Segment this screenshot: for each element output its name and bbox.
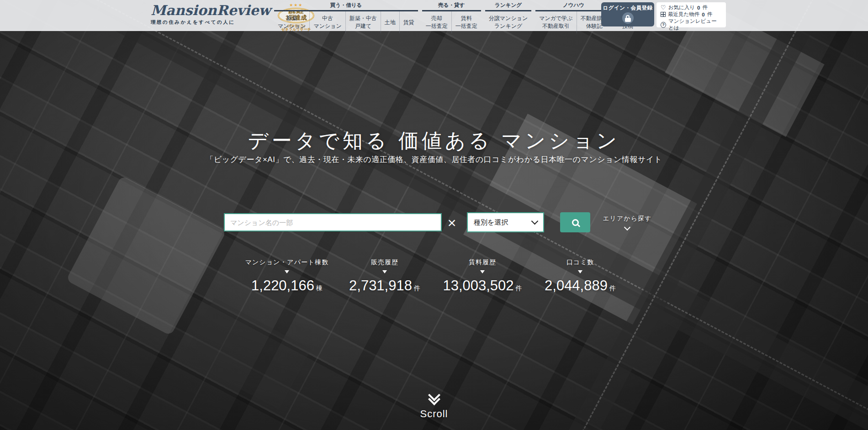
hero-title: データで知る 価値ある マンション xyxy=(0,127,868,154)
scroll-indicator[interactable]: Scroll xyxy=(0,391,868,420)
question-circle-icon: ? xyxy=(661,22,666,28)
property-type-value: 種別を選択 xyxy=(474,218,508,227)
nav-item-rental[interactable]: 賃貸 xyxy=(399,11,418,33)
search-icon xyxy=(572,219,579,226)
about-label: マンションレビューとは xyxy=(668,18,722,31)
nav-item-manga-guide[interactable]: マンガで学ぶ 不動産取引 xyxy=(535,11,576,33)
building-grid-icon xyxy=(661,12,666,17)
triangle-down-icon xyxy=(285,270,289,273)
stat-unit: 棟 xyxy=(316,284,323,292)
stat-value: 2,044,889 xyxy=(545,278,608,294)
recently-viewed-unit: 件 xyxy=(707,11,713,18)
recently-viewed-link[interactable]: 最近見た物件 0 件 xyxy=(661,11,722,18)
stat-review-count: 口コミ数 2,044,889件 xyxy=(531,258,629,294)
stat-label: 賃料履歴 xyxy=(434,258,531,267)
logo-tagline: 理想の住みかえをすべての人に xyxy=(151,19,270,26)
stat-unit: 件 xyxy=(516,284,522,292)
favorites-label: お気に入り xyxy=(668,4,695,11)
logo-wordmark[interactable]: MansionReview xyxy=(151,3,270,18)
nav-group-label: ランキング xyxy=(485,2,531,11)
lock-icon xyxy=(622,12,634,24)
quick-links-panel: ♡ お気に入り 0 件 最近見た物件 0 件 ? マンションレビューとは xyxy=(656,2,726,27)
double-chevron-down-icon xyxy=(0,391,868,404)
search-button[interactable] xyxy=(560,212,590,232)
stats-row: マンション・アパート棟数 1,220,166棟 販売履歴 2,731,918件 … xyxy=(238,258,629,294)
chevron-down-icon xyxy=(624,224,630,231)
clear-search-icon[interactable]: × xyxy=(445,214,459,232)
login-register-button[interactable]: ログイン・会員登録 xyxy=(601,2,654,26)
property-type-select[interactable]: 種別を選択 xyxy=(467,212,544,232)
hero-subtitle: 「ビッグデータ×AI」で、過去・現在・未来の適正価格、資産価値、居住者の口コミが… xyxy=(0,154,868,165)
triangle-down-icon xyxy=(382,270,387,273)
triangle-down-icon xyxy=(578,270,582,273)
nav-item-houses[interactable]: 新築・中古 戸建て xyxy=(345,11,381,33)
chevron-down-icon xyxy=(531,218,539,225)
nav-item-land[interactable]: 土地 xyxy=(381,11,399,33)
heart-icon: ♡ xyxy=(661,5,666,10)
stat-unit: 件 xyxy=(609,284,616,292)
about-link[interactable]: ? マンションレビューとは xyxy=(661,18,722,31)
favorites-unit: 件 xyxy=(702,4,708,11)
search-by-area-link[interactable]: エリアから探す xyxy=(602,215,652,230)
stat-value: 1,220,166 xyxy=(251,278,314,294)
recently-viewed-label: 最近見た物件 xyxy=(668,11,699,18)
nav-item-new-mansion[interactable]: 新築 マンション xyxy=(274,11,309,33)
site-logo[interactable]: MansionReview 理想の住みかえをすべての人に xyxy=(151,3,270,31)
nav-group-label: 売る・貸す xyxy=(422,2,481,11)
stat-value: 2,731,918 xyxy=(349,278,412,294)
nav-group-label: 買う・借りる xyxy=(274,2,418,11)
stat-label: 販売履歴 xyxy=(336,258,434,267)
scroll-label: Scroll xyxy=(0,408,868,420)
nav-item-mansion-ranking[interactable]: 分譲マンション ランキング xyxy=(485,11,531,33)
favorites-link[interactable]: ♡ お気に入り 0 件 xyxy=(661,4,722,11)
stat-unit: 件 xyxy=(414,284,420,292)
stat-label: マンション・アパート棟数 xyxy=(238,258,336,267)
stat-rent-history: 賃料履歴 13,003,502件 xyxy=(434,258,531,294)
stat-building-count: マンション・アパート棟数 1,220,166棟 xyxy=(238,258,336,294)
nav-group-buy-rent: 買う・借りる 新築 マンション 中古 マンション 新築・中古 戸建て 土地 賃貸 xyxy=(274,2,418,33)
search-by-area-label: エリアから探す xyxy=(603,215,652,222)
nav-group-ranking: ランキング 分譲マンション ランキング xyxy=(485,2,531,33)
site-header: MansionReview 理想の住みかえをすべての人に ★★★ 顧客満足 3冠… xyxy=(0,0,868,31)
page: MansionReview 理想の住みかえをすべての人に ★★★ 顧客満足 3冠… xyxy=(0,0,868,430)
nav-item-used-mansion[interactable]: 中古 マンション xyxy=(309,11,345,33)
main-nav: 買う・借りる 新築 マンション 中古 マンション 新築・中古 戸建て 土地 賃貸… xyxy=(274,2,640,33)
nav-item-rent-appraisal[interactable]: 賃料 一括査定 xyxy=(451,11,481,33)
favorites-count: 0 xyxy=(697,5,700,10)
stat-value: 13,003,502 xyxy=(443,278,513,294)
stat-label: 口コミ数 xyxy=(531,258,629,267)
nav-group-knowhow: ノウハウ マンガで学ぶ 不動産取引 不動産購入 体験記 xyxy=(535,2,611,33)
nav-group-sell-lease: 売る・貸す 売却 一括査定 賃料 一括査定 xyxy=(422,2,481,33)
mansion-name-search-input[interactable] xyxy=(224,213,442,231)
triangle-down-icon xyxy=(480,270,485,273)
stat-sales-history: 販売履歴 2,731,918件 xyxy=(336,258,434,294)
nav-group-label: ノウハウ xyxy=(535,2,611,11)
login-label: ログイン・会員登録 xyxy=(603,5,652,11)
nav-item-sale-appraisal[interactable]: 売却 一括査定 xyxy=(422,11,451,33)
recently-viewed-count: 0 xyxy=(702,12,704,17)
